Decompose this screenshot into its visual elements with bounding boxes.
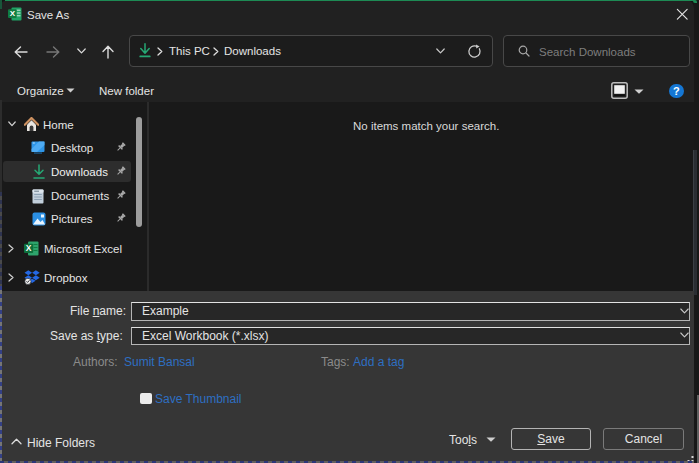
- svg-text:X: X: [26, 243, 32, 253]
- svg-text:X: X: [10, 9, 16, 18]
